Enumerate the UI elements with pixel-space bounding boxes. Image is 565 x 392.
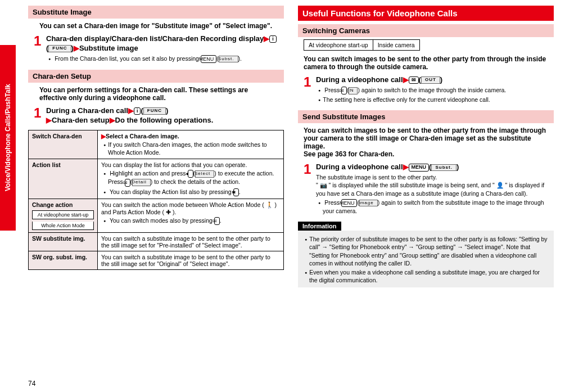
mail-key-icon: ✉ (409, 76, 419, 84)
ir-key-icon: i (269, 35, 277, 43)
table-row: SW org. subst. img. You can switch a sub… (29, 251, 284, 270)
step-bullet: Press ✉(IN) again to switch to the image… (316, 86, 548, 94)
detail-label-icon: Detail (132, 179, 150, 186)
step-text: During a videophone call (316, 75, 403, 84)
row-text: Select a Chara-den image. (106, 133, 179, 139)
row-content: You can switch the action mode between W… (98, 199, 284, 233)
row-text: You can display the list for actions tha… (101, 161, 247, 168)
menu-key-icon: MENU (201, 55, 217, 63)
step-suffix: Substitute image (79, 44, 138, 52)
in-label-icon: IN (349, 87, 358, 94)
step-number-icon: 1 (304, 163, 314, 215)
see-page-ref: See page 363 for Chara-den. (304, 150, 394, 158)
useful-functions-header: Useful Functions for Videophone Calls (298, 6, 554, 21)
info-bullet: Even when you make a videophone call sen… (302, 268, 549, 284)
step-title: Chara-den display/Chara-den list/Chara-d… (46, 34, 278, 53)
image-label-icon: image (359, 200, 378, 207)
step-number-icon: 1 (34, 106, 44, 125)
table-row: Switch Chara-den ▶Select a Chara-den ima… (29, 130, 284, 159)
arrow-icon: ▶ (46, 116, 52, 124)
step-number-icon: 1 (304, 75, 314, 103)
step-title: During a videophone call▶✉(OUT) (316, 75, 548, 85)
step-1-send-substitute: 1 During a videophone call▶MENU(Subst.) … (298, 161, 554, 216)
out-label-icon: OUT (421, 76, 440, 83)
table-row: Action list You can display the list for… (29, 159, 284, 199)
table-row: SW substitute img. You can switch a subs… (29, 233, 284, 251)
information-body: The priority order of substitute images … (298, 231, 554, 287)
row-label: Change action At videophone start-up Who… (29, 199, 98, 233)
sub-desc: The substitute image is sent to the othe… (316, 173, 548, 181)
camera-default-table: At videophone start-up Inside camera (304, 39, 420, 51)
page-number: 74 (28, 380, 35, 388)
mail-key-icon: ✉ (214, 217, 220, 225)
arrow-icon: ▶ (403, 163, 409, 171)
arrow-icon: ▶ (264, 34, 269, 43)
step-1-switching: 1 During a videophone call▶✉(OUT) Press … (298, 74, 554, 105)
note-text: From the Chara-den list, you can set it … (46, 55, 278, 63)
table-row: Change action At videophone start-up Who… (29, 199, 284, 233)
page-content: Substitute Image You can set a Chara-den… (0, 0, 565, 392)
star-key-icon: ✱ (233, 188, 239, 196)
ir-key-icon: i (134, 107, 141, 115)
info-bullet: The priority order of substitute images … (302, 235, 549, 267)
step-text: During a videophone call (316, 163, 403, 171)
menu-key-icon: MENU (341, 199, 358, 207)
switching-cameras-desc: You can switch images to be sent to the … (298, 54, 554, 74)
step-bullet: Press MENU(image) again to switch from t… (316, 199, 548, 215)
step-bullet: The setting here is effective only for t… (316, 96, 548, 103)
camera-value: Inside camera (373, 40, 419, 51)
substitute-image-header: Substitute Image (28, 6, 284, 19)
row-bullet: Highlight an action and press ●(Select) … (101, 169, 280, 187)
row-bullet: If you switch Chara-den images, the acti… (101, 141, 280, 156)
step-title: During a videophone call▶MENU(Subst.) (316, 163, 548, 172)
arrow-icon: ▶ (74, 44, 79, 52)
information-block: Information The priority order of substi… (298, 222, 554, 287)
step-number-icon: 1 (34, 34, 44, 63)
row-label: SW substitute img. (29, 233, 98, 251)
switching-cameras-header: Switching Cameras (298, 24, 554, 37)
row-content: You can display the list for actions tha… (98, 159, 284, 199)
left-column: Substitute Image You can set a Chara-den… (28, 6, 284, 386)
row-content: You can switch a substitute image to be … (98, 233, 284, 251)
charaden-setup-header: Chara-den Setup (28, 70, 284, 83)
arrow-icon: ▶ (128, 106, 134, 115)
func-label-icon: FUNC (143, 107, 166, 114)
substitute-image-desc: You can set a Chara-den image for "Subst… (28, 21, 284, 33)
step-text: During a Chara-den call (46, 106, 128, 115)
step-1-substitute: 1 Chara-den display/Chara-den list/Chara… (28, 33, 284, 64)
step-text: Do the following operations. (115, 116, 214, 124)
center-key-icon: ● (188, 170, 193, 178)
row-bullet: You can display the Action list also by … (101, 188, 280, 196)
sub-box: At videophone start-up (32, 210, 94, 219)
step-title: During a Chara-den call▶i(FUNC) ▶Chara-d… (46, 106, 278, 125)
step-text: Chara-den display/Chara-den list/Chara-d… (46, 34, 264, 43)
row-label: Action list (29, 159, 98, 199)
right-column: Useful Functions for Videophone Calls Sw… (298, 6, 554, 386)
sub-box: Whole Action Mode (32, 222, 94, 230)
row-label: Switch Chara-den (29, 130, 98, 159)
row-content: ▶Select a Chara-den image. If you switch… (98, 130, 284, 159)
camera-label: At videophone start-up (304, 40, 373, 51)
subst-label-icon: Subst. (219, 56, 238, 63)
mail-key-icon: ✉ (341, 87, 347, 94)
row-label: SW org. subst. img. (29, 251, 98, 270)
operations-table: Switch Chara-den ▶Select a Chara-den ima… (28, 130, 284, 270)
arrow-icon: ▶ (403, 75, 409, 84)
func-label-icon: FUNC (48, 45, 71, 52)
row-bullet: You can switch modes also by pressing ✉. (101, 217, 280, 225)
information-header: Information (298, 222, 341, 231)
select-label-icon: Select (195, 170, 214, 178)
arrow-icon: ▶ (101, 133, 106, 139)
send-substitute-header: Send Substitute Images (298, 110, 554, 123)
subst-label-icon: Subst. (431, 164, 456, 171)
step-text: Chara-den setup (52, 116, 110, 124)
menu-key-icon: MENU (409, 164, 430, 172)
step-1-charaden: 1 During a Chara-den call▶i(FUNC) ▶Chara… (28, 105, 284, 127)
send-substitute-desc: You can switch images to be sent to the … (298, 125, 554, 161)
arrow-icon: ▶ (110, 116, 115, 124)
row-text: You can switch the action mode between W… (101, 201, 277, 215)
sub-desc: " 📷 " is displayed while the still subst… (316, 181, 548, 197)
charaden-setup-desc: You can perform settings for a Chara-den… (28, 85, 284, 105)
section-tab: Voice/Videophone Calls/PushTalk (0, 45, 16, 231)
mail-key-icon: ✉ (125, 179, 130, 187)
